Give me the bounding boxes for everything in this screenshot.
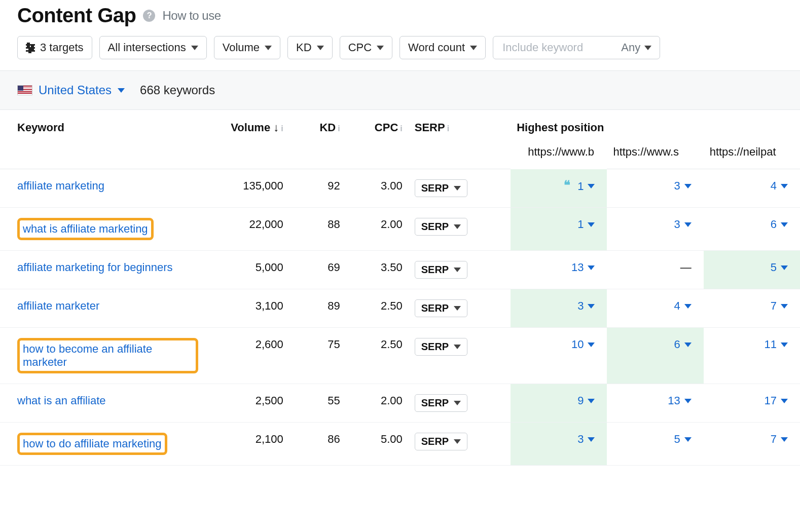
serp-button[interactable]: SERP bbox=[415, 179, 467, 197]
chevron-down-icon bbox=[684, 343, 692, 347]
help-icon[interactable]: ? bbox=[143, 10, 155, 22]
col-site-1[interactable]: https://www.b bbox=[511, 143, 607, 169]
serp-button[interactable]: SERP bbox=[415, 261, 467, 279]
chevron-down-icon bbox=[781, 399, 788, 403]
keyword-link[interactable]: affiliate marketing bbox=[17, 179, 104, 192]
keyword-link[interactable]: how to do affiliate marketing bbox=[23, 437, 162, 450]
chevron-down-icon bbox=[454, 306, 461, 311]
cpc-filter[interactable]: CPC bbox=[340, 36, 392, 59]
col-volume[interactable]: Volume ↓i bbox=[204, 110, 289, 169]
position-value[interactable]: 10 bbox=[571, 338, 595, 351]
include-match-select[interactable]: Any bbox=[621, 41, 651, 54]
how-to-use-link[interactable]: How to use bbox=[162, 9, 221, 23]
position-cell: 10 bbox=[511, 328, 607, 384]
serp-button[interactable]: SERP bbox=[415, 299, 467, 317]
chevron-down-icon bbox=[684, 437, 692, 442]
keyword-cell: what is an affiliate bbox=[0, 384, 204, 423]
position-value[interactable]: 1 bbox=[577, 218, 595, 231]
keyword-link[interactable]: affiliate marketing for beginners bbox=[17, 261, 173, 274]
info-icon[interactable]: i bbox=[338, 124, 340, 133]
position-number: 11 bbox=[765, 338, 777, 351]
country-select[interactable]: United States bbox=[17, 83, 125, 97]
include-keyword-input[interactable] bbox=[501, 41, 603, 55]
position-cell: 11 bbox=[704, 328, 800, 384]
volume-cell: 135,000 bbox=[204, 169, 289, 208]
info-icon[interactable]: i bbox=[400, 124, 402, 133]
position-value[interactable]: 3 bbox=[674, 218, 691, 231]
col-site-3[interactable]: https://neilpat bbox=[704, 143, 800, 169]
position-number: 1 bbox=[577, 218, 584, 231]
col-gap bbox=[488, 110, 511, 169]
spacer bbox=[488, 251, 511, 289]
position-cell: — bbox=[607, 251, 703, 289]
position-value[interactable]: 6 bbox=[674, 338, 691, 351]
chevron-down-icon bbox=[781, 265, 788, 270]
serp-button[interactable]: SERP bbox=[415, 433, 467, 450]
position-value[interactable]: 7 bbox=[771, 433, 788, 446]
results-table: Keyword Volume ↓i KDi CPCi SERPi Highest… bbox=[0, 110, 800, 466]
highlight-box: how to do affiliate marketing bbox=[17, 433, 167, 455]
position-value[interactable]: 3 bbox=[577, 433, 595, 446]
table-row: what is affiliate marketing22,000882.00S… bbox=[0, 208, 800, 251]
col-serp[interactable]: SERPi bbox=[409, 110, 488, 169]
position-number: 6 bbox=[674, 338, 680, 351]
serp-button[interactable]: SERP bbox=[415, 338, 467, 356]
cpc-cell: 3.00 bbox=[346, 169, 409, 208]
keyword-link[interactable]: how to become an affiliate marketer bbox=[23, 343, 152, 368]
keyword-link[interactable]: what is an affiliate bbox=[17, 394, 105, 407]
info-icon[interactable]: i bbox=[281, 124, 283, 133]
chevron-down-icon bbox=[644, 46, 651, 50]
position-value[interactable]: 9 bbox=[577, 394, 595, 407]
chevron-down-icon bbox=[454, 186, 461, 191]
kd-filter[interactable]: KD bbox=[287, 36, 333, 59]
serp-button-label: SERP bbox=[421, 302, 449, 314]
position-value[interactable]: 13 bbox=[668, 394, 691, 407]
info-icon[interactable]: i bbox=[447, 124, 449, 133]
targets-filter[interactable]: 3 targets bbox=[17, 36, 92, 59]
sort-desc-icon: ↓ bbox=[273, 121, 279, 134]
position-cell: 1 bbox=[511, 208, 607, 251]
position-number: 7 bbox=[771, 299, 777, 313]
position-cell: 3 bbox=[607, 169, 703, 208]
position-cell: 4 bbox=[607, 289, 703, 328]
position-value[interactable]: ❝1 bbox=[564, 179, 595, 194]
include-keyword-filter[interactable]: Any bbox=[493, 36, 660, 59]
chevron-down-icon bbox=[470, 46, 477, 50]
position-value[interactable]: 3 bbox=[577, 299, 595, 313]
highlight-box: what is affiliate marketing bbox=[17, 218, 154, 240]
col-keyword[interactable]: Keyword bbox=[0, 110, 204, 169]
serp-button[interactable]: SERP bbox=[415, 218, 467, 236]
position-value[interactable]: 7 bbox=[771, 299, 788, 313]
keyword-link[interactable]: affiliate marketer bbox=[17, 299, 99, 312]
position-value[interactable]: 5 bbox=[674, 433, 691, 446]
position-value[interactable]: 4 bbox=[674, 299, 691, 313]
position-number: 13 bbox=[571, 261, 584, 274]
serp-button[interactable]: SERP bbox=[415, 394, 467, 412]
position-value[interactable]: 6 bbox=[771, 218, 788, 231]
chevron-down-icon bbox=[684, 399, 692, 403]
cpc-cell: 2.00 bbox=[346, 208, 409, 251]
chevron-down-icon bbox=[454, 439, 461, 444]
position-value[interactable]: 3 bbox=[674, 179, 691, 193]
table-row: how to do affiliate marketing2,100865.00… bbox=[0, 423, 800, 466]
position-value[interactable]: 4 bbox=[771, 179, 788, 193]
serp-button-label: SERP bbox=[421, 182, 449, 194]
intersections-filter[interactable]: All intersections bbox=[99, 36, 207, 59]
serp-cell: SERP bbox=[409, 328, 488, 384]
col-site-2[interactable]: https://www.s bbox=[607, 143, 703, 169]
kd-cell: 55 bbox=[289, 384, 346, 423]
position-value[interactable]: 17 bbox=[765, 394, 788, 407]
col-cpc[interactable]: CPCi bbox=[346, 110, 409, 169]
position-value[interactable]: 5 bbox=[771, 261, 788, 274]
spacer bbox=[488, 289, 511, 328]
volume-filter[interactable]: Volume bbox=[214, 36, 280, 59]
position-value[interactable]: 11 bbox=[765, 338, 788, 351]
word-count-filter[interactable]: Word count bbox=[399, 36, 486, 59]
keyword-link[interactable]: what is affiliate marketing bbox=[23, 222, 148, 235]
position-cell: 9 bbox=[511, 384, 607, 423]
highlight-box: how to become an affiliate marketer bbox=[17, 338, 198, 373]
position-value[interactable]: 13 bbox=[571, 261, 595, 274]
col-kd[interactable]: KDi bbox=[289, 110, 346, 169]
chevron-down-icon bbox=[781, 184, 788, 188]
table-row: what is an affiliate2,500552.00SERP91317 bbox=[0, 384, 800, 423]
